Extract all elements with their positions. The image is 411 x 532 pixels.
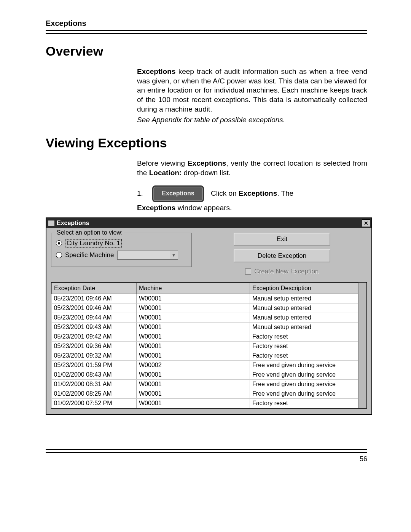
cell-machine: W00001: [137, 294, 250, 303]
step-click-pre: Click on: [211, 189, 239, 197]
table-row[interactable]: 05/23/2001 09:46 AMW00001Manual setup en…: [52, 303, 358, 313]
exceptions-table[interactable]: Exception Date Machine Exception Descrip…: [51, 283, 358, 408]
cell-date: 01/02/2000 08:43 AM: [52, 370, 137, 379]
cell-desc: Free vend given during service: [250, 370, 358, 379]
header-section-label: Exceptions: [46, 19, 367, 28]
cell-machine: W00001: [137, 332, 250, 341]
create-new-exception-checkbox: [245, 268, 251, 275]
table-row[interactable]: 05/23/2001 09:46 AMW00001Manual setup en…: [52, 294, 358, 303]
machine-combo[interactable]: ▼: [117, 251, 178, 260]
cell-date: 05/23/2001 09:32 AM: [52, 351, 137, 360]
cell-machine: W00002: [137, 360, 250, 370]
close-icon[interactable]: ✕: [362, 219, 370, 227]
cell-desc: Manual setup entered: [250, 313, 358, 322]
table-row[interactable]: 05/23/2001 09:42 AMW00001Factory reset: [52, 332, 358, 341]
cell-desc: Free vend given during service: [250, 389, 358, 398]
cell-desc: Free vend given during service: [250, 360, 358, 370]
table-row[interactable]: 01/02/2000 08:25 AMW00001Free vend given…: [52, 389, 358, 398]
table-row[interactable]: 01/02/2000 07:52 PMW00001Factory reset: [52, 398, 358, 408]
exceptions-table-wrap: Exception Date Machine Exception Descrip…: [51, 282, 367, 409]
cell-date: 01/02/2000 08:31 AM: [52, 379, 137, 389]
step-number: 1.: [137, 189, 145, 198]
step-click-bold: Exceptions: [239, 189, 277, 197]
col-header-date[interactable]: Exception Date: [52, 283, 137, 294]
cell-date: 05/23/2001 09:36 AM: [52, 341, 137, 351]
cell-machine: W00001: [137, 370, 250, 379]
chevron-down-icon[interactable]: ▼: [170, 251, 178, 259]
cell-desc: Manual setup entered: [250, 294, 358, 303]
overview-lead-bold: Exceptions: [137, 67, 175, 75]
radio-specific-machine[interactable]: [56, 252, 62, 258]
cell-machine: W00001: [137, 389, 250, 398]
heading-viewing: Viewing Exceptions: [46, 136, 367, 150]
viewing-body: Before viewing Exceptions, verify the co…: [137, 159, 367, 202]
cell-date: 05/23/2001 09:42 AM: [52, 332, 137, 341]
viewing-intro-pre: Before viewing: [137, 159, 188, 167]
cell-date: 05/23/2001 09:46 AM: [52, 294, 137, 303]
footer-rule: [46, 449, 367, 453]
col-header-desc[interactable]: Exception Description: [250, 283, 358, 294]
cell-desc: Factory reset: [250, 398, 358, 408]
viewing-intro-bold1: Exceptions: [188, 159, 226, 167]
table-row[interactable]: 05/23/2001 01:59 PMW00002Free vend given…: [52, 360, 358, 370]
cell-date: 05/23/2001 01:59 PM: [52, 360, 137, 370]
cell-machine: W00001: [137, 313, 250, 322]
cell-desc: Factory reset: [250, 341, 358, 351]
table-row[interactable]: 05/23/2001 09:44 AMW00001Manual setup en…: [52, 313, 358, 322]
cell-desc: Free vend given during service: [250, 379, 358, 389]
table-row[interactable]: 01/02/2000 08:31 AMW00001Free vend given…: [52, 379, 358, 389]
overview-appendix-note: See Appendix for table of possible excep…: [137, 115, 367, 125]
create-new-exception-label: Create New Exception: [254, 268, 319, 275]
exceptions-dialog: Exceptions ✕ Select an option to view: C…: [46, 217, 372, 415]
cell-machine: W00001: [137, 398, 250, 408]
radio-location[interactable]: [56, 240, 62, 246]
cell-machine: W00001: [137, 303, 250, 313]
header-rule: [46, 30, 367, 34]
cell-machine: W00001: [137, 322, 250, 332]
radio-specific-label: Specific Machine: [65, 251, 114, 259]
window-icon: [48, 220, 54, 226]
cell-machine: W00001: [137, 341, 250, 351]
table-row[interactable]: 01/02/2000 08:43 AMW00001Free vend given…: [52, 370, 358, 379]
table-row[interactable]: 05/23/2001 09:43 AMW00001Manual setup en…: [52, 322, 358, 332]
cell-machine: W00001: [137, 351, 250, 360]
cell-desc: Manual setup entered: [250, 322, 358, 332]
group-legend: Select an option to view:: [55, 229, 124, 236]
overview-body: Exceptions keep track of audit informati…: [137, 67, 367, 125]
step-click-post: . The: [277, 189, 293, 197]
cell-date: 05/23/2001 09:44 AM: [52, 313, 137, 322]
cell-desc: Manual setup entered: [250, 303, 358, 313]
cell-date: 01/02/2000 08:25 AM: [52, 389, 137, 398]
table-row[interactable]: 05/23/2001 09:36 AMW00001Factory reset: [52, 341, 358, 351]
radio-location-label: City Laundry No. 1: [65, 239, 122, 248]
step-line2-post: window appears.: [175, 204, 232, 212]
exceptions-toolbar-button[interactable]: Exceptions: [152, 185, 204, 202]
cell-desc: Factory reset: [250, 332, 358, 341]
delete-exception-button[interactable]: Delete Exception: [234, 249, 330, 262]
viewing-intro-post: drop-down list.: [182, 169, 231, 177]
step-line2-bold: Exceptions: [137, 204, 175, 212]
cell-date: 05/23/2001 09:43 AM: [52, 322, 137, 332]
cell-desc: Factory reset: [250, 351, 358, 360]
heading-overview: Overview: [46, 44, 367, 59]
dialog-titlebar[interactable]: Exceptions ✕: [46, 218, 371, 228]
cell-date: 05/23/2001 09:46 AM: [52, 303, 137, 313]
table-row[interactable]: 05/23/2001 09:32 AMW00001Factory reset: [52, 351, 358, 360]
col-header-machine[interactable]: Machine: [137, 283, 250, 294]
table-header-row: Exception Date Machine Exception Descrip…: [52, 283, 358, 294]
cell-date: 01/02/2000 07:52 PM: [52, 398, 137, 408]
exit-button[interactable]: Exit: [234, 233, 330, 246]
create-new-exception-row: Create New Exception: [245, 268, 319, 275]
viewing-intro-bold2: Location:: [149, 169, 182, 177]
page-number: 56: [46, 455, 367, 463]
scrollbar[interactable]: [358, 283, 366, 408]
view-option-group: Select an option to view: City Laundry N…: [51, 233, 192, 267]
cell-machine: W00001: [137, 379, 250, 389]
dialog-title: Exceptions: [57, 220, 89, 227]
